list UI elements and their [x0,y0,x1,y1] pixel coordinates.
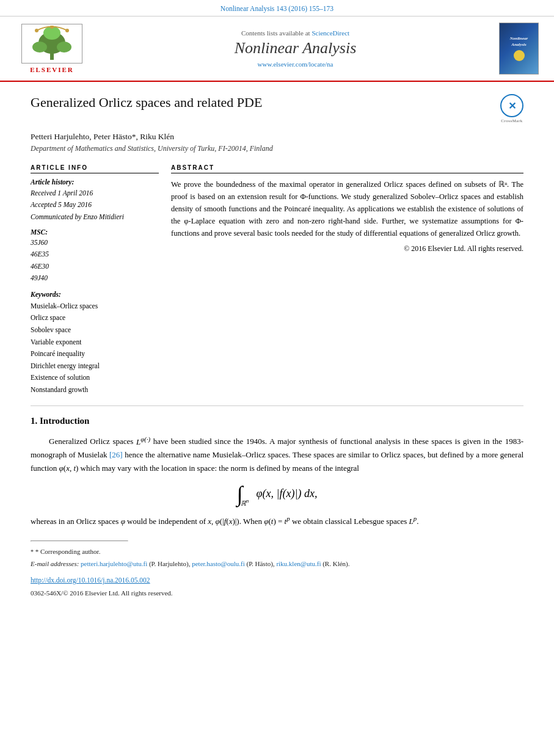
formula-integrand: φ(x, |f(x)|) dx, [257,487,318,500]
abstract-text: We prove the boundedness of the maximal … [171,178,523,239]
integral-expression: ∫ ℝn φ(x, |f(x)|) dx, [237,483,318,505]
msc-codes: 35J60 46E35 46E30 49J40 [31,237,159,285]
crossmark-widget[interactable]: CrossMark [500,94,523,123]
journal-cover: NonlinearAnalysis [499,23,542,75]
keyword-3: Sobolev space [31,324,159,336]
article-info-header: Article Info [31,164,159,173]
keyword-5: Poincaré inequality [31,348,159,360]
keyword-6: Dirichlet energy integral [31,360,159,373]
history-label: Article history: [31,178,159,186]
cover-image: NonlinearAnalysis [499,23,539,75]
citation-26[interactable]: [26] [109,450,123,459]
doi-link[interactable]: http://dx.doi.org/10.1016/j.na.2016.05.0… [31,575,523,586]
email-hasto[interactable]: peter.hasto@oulu.fi [192,560,245,567]
email-klen[interactable]: riku.klen@utu.fi [276,560,321,567]
email-addresses: E-mail addresses: petteri.harjulehto@utu… [31,559,523,570]
crossmark-label: CrossMark [500,118,523,123]
msc-code-1: 35J60 [31,237,159,249]
introduction-section: 1. Introduction Generalized Orlicz space… [31,416,523,528]
abstract-column: Abstract We prove the boundedness of the… [171,164,523,396]
email-harjulehto[interactable]: petteri.harjulehto@utu.fi [81,560,147,567]
keyword-8: Nonstandard growth [31,384,159,396]
keyword-1: Musielak–Orlicz spaces [31,300,159,313]
elsevier-logo: ELSEVIER [12,24,92,73]
journal-title: Nonlinear Analysis [98,39,493,57]
svg-point-5 [35,29,38,32]
svg-point-2 [32,42,47,53]
keyword-4: Variable exponent [31,336,159,349]
journal-header: ELSEVIER Contents lists available at Sci… [0,16,554,82]
integral-subscript: ℝn [241,498,249,507]
intro-paragraph-2: whereas in an Orlicz spaces φ would be i… [31,514,523,528]
sciencedirect-link[interactable]: ScienceDirect [312,29,349,37]
svg-point-3 [57,42,71,53]
msc-section: MSC: 35J60 46E35 46E30 49J40 [31,228,159,285]
keywords-section: Keywords: Musielak–Orlicz spaces Orlicz … [31,291,159,396]
keywords-label: Keywords: [31,291,159,298]
received-date: Received 1 April 2016 [31,188,159,198]
abstract-copyright: © 2016 Elsevier Ltd. All rights reserved… [171,244,523,253]
issn-copyright: 0362-546X/© 2016 Elsevier Ltd. All right… [31,588,523,599]
authors: Petteri Harjulehto, Peter Hästo*, Riku K… [31,132,523,142]
footnotes: * * Corresponding author. E-mail address… [31,547,523,599]
keyword-7: Existence of solution [31,372,159,384]
msc-code-4: 49J40 [31,272,159,285]
citation-text: Nonlinear Analysis 143 (2016) 155–173 [221,5,333,12]
msc-label: MSC: [31,228,159,236]
cover-journal-title: NonlinearAnalysis [510,36,528,47]
corresponding-author-note: * * Corresponding author. [31,547,523,558]
section-divider [31,405,523,406]
elsevier-tree-icon [24,26,79,62]
citation-bar: Nonlinear Analysis 143 (2016) 155–173 [0,0,554,16]
elsevier-wordmark: ELSEVIER [30,66,74,73]
communicated-by: Communicated by Enzo Mitidieri [31,212,159,222]
affiliation: Department of Mathematics and Statistics… [31,144,523,153]
crossmark-icon[interactable] [500,94,523,117]
intro-paragraph-1: Generalized Orlicz spaces Lφ(·) have bee… [31,434,523,474]
msc-code-3: 46E30 [31,261,159,273]
journal-url[interactable]: www.elsevier.com/locate/na [98,60,493,68]
msc-code-2: 46E35 [31,249,159,261]
introduction-heading: 1. Introduction [31,416,523,426]
keyword-2: Orlicz space [31,312,159,324]
article-content: Generalized Orlicz spaces and related PD… [0,82,554,611]
footer-rule [31,540,128,542]
integral-formula: ∫ ℝn φ(x, |f(x)|) dx, [31,483,523,505]
journal-header-center: Contents lists available at ScienceDirec… [92,29,499,68]
article-info-column: Article Info Article history: Received 1… [31,164,159,396]
svg-point-6 [65,29,69,32]
article-title: Generalized Orlicz spaces and related PD… [31,94,494,112]
cover-badge [514,50,525,61]
logo-box [21,24,82,64]
article-info-abstract: Article Info Article history: Received 1… [31,164,523,396]
accepted-date: Accepted 5 May 2016 [31,200,159,210]
contents-line: Contents lists available at ScienceDirec… [98,29,493,37]
abstract-header: Abstract [171,164,523,173]
